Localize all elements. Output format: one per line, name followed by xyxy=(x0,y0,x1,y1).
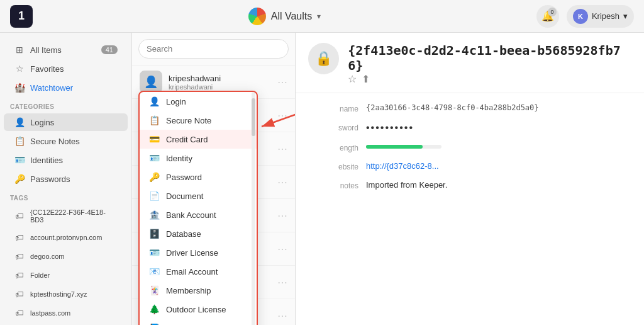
topbar: 1 All Vaults ▾ 🔔 0 K Kripesh ▾ xyxy=(0,0,644,33)
watchtower-label: Watchtower xyxy=(30,83,118,93)
dropdown-login-label: Login xyxy=(166,97,186,106)
dropdown-identity-label: Identity xyxy=(166,154,192,163)
website-field-value[interactable]: http://{d37c8c62-8... xyxy=(366,161,631,171)
topbar-right: 🔔 0 K Kripesh ▾ xyxy=(536,5,634,28)
tag-icon-1: 🏷 xyxy=(14,211,25,221)
user-chevron-icon: ▾ xyxy=(623,11,628,21)
favorite-button[interactable]: ☆ xyxy=(348,73,357,85)
detail-fields: name {2aa30166-3c48-4798-8cf0-4ba288b2d5… xyxy=(296,93,644,200)
document-icon: 📄 xyxy=(148,191,160,201)
membership-icon: 🃏 xyxy=(148,285,160,295)
sidebar-item-passwords[interactable]: 🔑 Passwords xyxy=(4,170,128,188)
dropdown-item-passport[interactable]: 📘 Passport xyxy=(140,319,257,325)
all-items-badge: 41 xyxy=(101,45,118,54)
sidebar: ⊞ All Items 41 ☆ Favorites 🏰 Watchtower … xyxy=(0,33,132,325)
note-icon: 📋 xyxy=(14,136,25,146)
email-icon: 📧 xyxy=(148,266,160,277)
logins-label: Logins xyxy=(30,118,118,127)
dropdown-document-label: Document xyxy=(166,191,203,201)
share-button[interactable]: ⬆ xyxy=(362,73,370,85)
dropdown-item-identity[interactable]: 🪪 Identity xyxy=(140,149,257,168)
notes-field-value: Imported from Keeper. xyxy=(366,180,631,190)
item-name: kripeshadwani xyxy=(169,74,271,83)
star-icon: ☆ xyxy=(14,64,25,74)
vault-selector[interactable]: All Vaults ▾ xyxy=(248,8,321,25)
secure-note-icon: 📋 xyxy=(148,115,160,125)
tag-icon-6: 🏷 xyxy=(14,308,25,318)
tags-section-label: TAGS xyxy=(0,188,131,204)
vault-icon xyxy=(248,8,266,25)
dropdown-item-outdoor-license[interactable]: 🌲 Outdoor License xyxy=(140,300,257,319)
sidebar-item-watchtower[interactable]: 🏰 Watchtower xyxy=(4,79,128,96)
dropdown-item-secure-note[interactable]: 📋 Secure Note xyxy=(140,111,257,130)
bank-icon: 🏦 xyxy=(148,210,160,220)
sidebar-item-tag5[interactable]: 🏷 kptesthosting7.xyz xyxy=(4,285,128,303)
item-action-icon[interactable]: ⋯ xyxy=(277,310,287,322)
dropdown-item-credit-card[interactable]: 💳 Credit Card xyxy=(140,130,257,149)
detail-id: {2f413e0c-d2d2-4c11-beea-b5685928fb76} xyxy=(348,43,631,73)
search-bar xyxy=(132,33,295,66)
favorites-label: Favorites xyxy=(30,64,118,74)
item-action-icon[interactable]: ⋯ xyxy=(277,210,287,222)
dropdown-item-driver-license[interactable]: 🪪 Driver License xyxy=(140,243,257,262)
chevron-down-icon: ▾ xyxy=(317,12,321,21)
username-field-row: name {2aa30166-3c48-4798-8cf0-4ba288b2d5… xyxy=(308,103,631,113)
dropdown-item-membership[interactable]: 🃏 Membership xyxy=(140,281,257,300)
dropdown-item-database[interactable]: 🗄️ Database xyxy=(140,224,257,243)
item-action-icon[interactable]: ⋯ xyxy=(277,143,287,155)
notification-badge: 0 xyxy=(548,8,557,16)
user-menu-button[interactable]: K Kripesh ▾ xyxy=(567,5,634,28)
sidebar-item-tag6[interactable]: 🏷 lastpass.com xyxy=(4,304,128,322)
dropdown-database-label: Database xyxy=(166,229,201,239)
dropdown-item-bank-account[interactable]: 🏦 Bank Account xyxy=(140,205,257,224)
search-input[interactable] xyxy=(138,39,289,59)
sidebar-item-logins[interactable]: 👤 Logins xyxy=(4,113,128,131)
grid-icon: ⊞ xyxy=(14,45,25,55)
dropdown-item-password[interactable]: 🔑 Password xyxy=(140,168,257,186)
main-layout: ⊞ All Items 41 ☆ Favorites 🏰 Watchtower … xyxy=(0,33,644,325)
item-action-icon[interactable]: ⋯ xyxy=(277,277,287,288)
tag6-label: lastpass.com xyxy=(30,309,118,317)
dropdown-item-login[interactable]: 👤 Login xyxy=(140,92,257,111)
sidebar-item-secure-notes[interactable]: 📋 Secure Notes xyxy=(4,132,128,150)
sidebar-item-identities[interactable]: 🪪 Identities xyxy=(4,151,128,169)
watchtower-icon: 🏰 xyxy=(14,83,25,93)
sidebar-item-tag3[interactable]: 🏷 degoo.com xyxy=(4,248,128,265)
strength-bar xyxy=(366,145,441,149)
tag1-label: {CC12E222-F36F-4E18-BD3 xyxy=(30,208,118,224)
item-action-icon[interactable]: ⋯ xyxy=(277,76,287,88)
dropdown-bank-account-label: Bank Account xyxy=(166,210,216,220)
tag4-label: Folder xyxy=(30,271,118,279)
dropdown-driver-license-label: Driver License xyxy=(166,248,218,258)
strength-field-row: ength xyxy=(308,142,631,152)
item-action-icon[interactable]: ⋯ xyxy=(277,176,287,188)
item-sub: kripeshadwani xyxy=(169,83,271,91)
identity-menu-icon: 🪪 xyxy=(148,153,160,163)
app-logo[interactable]: 1 xyxy=(10,5,33,28)
sidebar-item-tag2[interactable]: 🏷 account.protonvpn.com xyxy=(4,229,128,246)
driver-license-icon: 🪪 xyxy=(148,248,160,258)
sidebar-item-tag4[interactable]: 🏷 Folder xyxy=(4,266,128,284)
dropdown-item-email-account[interactable]: 📧 Email Account xyxy=(140,262,257,281)
tag3-label: degoo.com xyxy=(30,253,118,260)
website-field-row: ebsite http://{d37c8c62-8... xyxy=(308,161,631,171)
sidebar-item-favorites[interactable]: ☆ Favorites xyxy=(4,60,128,77)
sidebar-item-tag1[interactable]: 🏷 {CC12E222-F36F-4E18-BD3 xyxy=(4,205,128,227)
dropdown-item-document[interactable]: 📄 Document xyxy=(140,186,257,205)
list-items: 👤 kripeshadwani kripeshadwani ⋯ ✱ lastpa… xyxy=(132,66,295,325)
strength-field-label: ength xyxy=(308,142,358,152)
item-action-icon[interactable]: ⋯ xyxy=(277,243,287,255)
password-menu-icon: 🔑 xyxy=(148,172,160,182)
username-field-value: {2aa30166-3c48-4798-8cf0-4ba288b2d5a0} xyxy=(366,103,631,113)
detail-panel: 🔒 {2f413e0c-d2d2-4c11-beea-b5685928fb76}… xyxy=(296,33,644,325)
tag-icon-5: 🏷 xyxy=(14,289,25,299)
username-field-label: name xyxy=(308,103,358,113)
item-action-icon[interactable]: ⋯ xyxy=(277,110,287,122)
vault-title: All Vaults xyxy=(271,11,313,22)
sidebar-item-all-items[interactable]: ⊞ All Items 41 xyxy=(4,41,128,59)
logins-icon: 👤 xyxy=(14,117,25,127)
password-field-value: •••••••••• xyxy=(366,122,631,134)
categories-section-label: CATEGORIES xyxy=(0,97,131,113)
notification-bell-button[interactable]: 🔔 0 xyxy=(536,5,559,28)
dropdown-credit-card-label: Credit Card xyxy=(166,135,208,144)
